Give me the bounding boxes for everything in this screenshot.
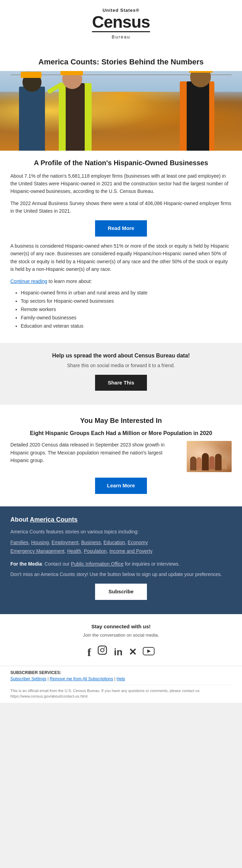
logo-underline <box>92 31 150 32</box>
list-item: Education and veteran status <box>21 322 232 330</box>
list-item: Hispanic-owned firms in urban and rural … <box>21 289 232 296</box>
worker-center-shirt <box>66 83 85 151</box>
header: United States® Census Bureau <box>0 0 242 44</box>
link-population[interactable]: Population <box>84 548 106 554</box>
worker-center-hat <box>60 71 83 75</box>
about-media: For the Media: Contact our Public Inform… <box>10 560 232 568</box>
link-business[interactable]: Business <box>81 540 101 545</box>
interested-image-inner <box>187 441 232 472</box>
interested-image <box>187 441 232 472</box>
interested-row: Detailed 2020 Census data released in Se… <box>10 441 232 472</box>
link-economy[interactable]: Economy <box>128 540 148 545</box>
bullet-list: Hispanic-owned firms in urban and rural … <box>21 289 232 330</box>
footer-disclaimer: This is an official email from the U.S. … <box>10 685 232 699</box>
link-housing[interactable]: Housing <box>31 540 49 545</box>
link-education[interactable]: Education <box>103 540 125 545</box>
about-section: About America Counts America Counts feat… <box>0 506 242 614</box>
figure6 <box>222 458 227 469</box>
svg-point-2 <box>104 647 105 648</box>
social-section: Stay connected with us! Join the convers… <box>0 614 242 666</box>
media-label: For the Media <box>10 561 42 567</box>
hero-image <box>0 71 242 151</box>
logo-bureau: Bureau <box>92 34 150 41</box>
article-para3: A business is considered Hispanic-owned … <box>10 242 232 273</box>
share-box: Help us spread the word about Census Bur… <box>0 343 242 405</box>
figure4 <box>209 456 215 469</box>
facebook-icon[interactable]: f <box>87 644 91 661</box>
about-link-row1: Families, Housing, Employment, Business,… <box>10 538 232 547</box>
footer-services-label: SUBSCRIBER SERVICES: <box>10 670 232 676</box>
share-this-button[interactable]: Share This <box>95 375 147 391</box>
media-body: : Contact our <box>42 561 71 567</box>
social-subtitle: Join the conversation on social media. <box>10 632 232 639</box>
pio-link[interactable]: Public Information Office <box>71 561 123 567</box>
learn-more-button[interactable]: Learn More <box>95 478 147 494</box>
interested-title: You May Be Interested In <box>10 415 232 426</box>
svg-rect-0 <box>98 646 106 654</box>
interested-body: Detailed 2020 Census data released in Se… <box>10 441 182 464</box>
social-title: Stay connected with us! <box>10 623 232 631</box>
worker-right-hat <box>189 71 213 73</box>
list-item: Remote workers <box>21 306 232 313</box>
remove-subscriptions-link[interactable]: Remove me from All Subscriptions <box>50 676 113 681</box>
link-families[interactable]: Families <box>10 540 28 545</box>
link-income[interactable]: Income and Poverty <box>109 548 152 554</box>
share-box-subtitle: Share this on social media or forward it… <box>10 362 232 369</box>
link-employment[interactable]: Employment <box>52 540 78 545</box>
about-links: Families, Housing, Employment, Business,… <box>10 538 232 556</box>
main-title: America Counts: Stories Behind the Numbe… <box>10 51 232 71</box>
hero-image-inner <box>0 71 242 151</box>
social-icons: f in ✕ <box>10 644 232 661</box>
footer-links: Subscriber Settings | Remove me from All… <box>10 676 232 682</box>
list-item: Top sectors for Hispanic-owned businesse… <box>21 298 232 305</box>
worker-right-shirt <box>187 81 209 151</box>
america-counts-link[interactable]: America Counts <box>30 516 77 523</box>
media-suffix: for inquiries or interviews. <box>123 561 180 567</box>
linkedin-icon[interactable]: in <box>114 645 122 659</box>
article-continue: Continue reading to learn more about: <box>10 277 232 285</box>
about-title-text: About <box>10 516 30 523</box>
interested-subtitle: Eight Hispanic Groups Each Had a Million… <box>10 429 232 437</box>
logo-main: Census <box>92 14 150 30</box>
worker-left-body <box>19 87 45 151</box>
about-title: About America Counts <box>10 515 232 524</box>
subscribe-button[interactable]: Subscribe <box>95 584 147 600</box>
logo: United States® Census Bureau <box>92 7 150 40</box>
about-link-row2: Emergency Management, Health, Population… <box>10 547 232 556</box>
article-para2: The 2022 Annual Business Survey shows th… <box>10 200 232 215</box>
link-health[interactable]: Health <box>67 548 81 554</box>
figure1 <box>190 457 196 470</box>
link-emergency[interactable]: Emergency Management <box>10 548 64 554</box>
svg-point-1 <box>101 648 104 652</box>
interested-section: You May Be Interested In Eight Hispanic … <box>0 408 242 506</box>
figure2 <box>196 457 202 469</box>
continue-reading-link[interactable]: Continue reading <box>10 278 47 284</box>
article-section: A Profile of the Nation's Hispanic-Owned… <box>0 151 242 339</box>
youtube-icon[interactable] <box>143 645 155 659</box>
about-body: America Counts features stories on vario… <box>10 528 232 535</box>
x-twitter-icon[interactable]: ✕ <box>129 645 137 659</box>
help-link[interactable]: Help <box>117 676 125 681</box>
read-more-button[interactable]: Read More <box>95 220 147 237</box>
share-box-title: Help us spread the word about Census Bur… <box>10 352 232 360</box>
list-item: Family-owned businesses <box>21 314 232 321</box>
continue-suffix: to learn more about: <box>47 278 92 284</box>
figure3 <box>202 453 209 470</box>
article-title: A Profile of the Nation's Hispanic-Owned… <box>10 158 232 168</box>
instagram-icon[interactable] <box>97 645 108 659</box>
worker-left-hat <box>21 72 41 78</box>
article-para1: About 7.1% of the nation's 5,681,118 emp… <box>10 172 232 195</box>
about-dont-miss: Don't miss an America Counts story! Use … <box>10 570 232 578</box>
subscriber-settings-link[interactable]: Subscriber Settings <box>10 676 46 681</box>
figure5 <box>215 454 222 470</box>
footer: SUBSCRIBER SERVICES: Subscriber Settings… <box>0 666 242 703</box>
svg-marker-4 <box>147 649 151 653</box>
